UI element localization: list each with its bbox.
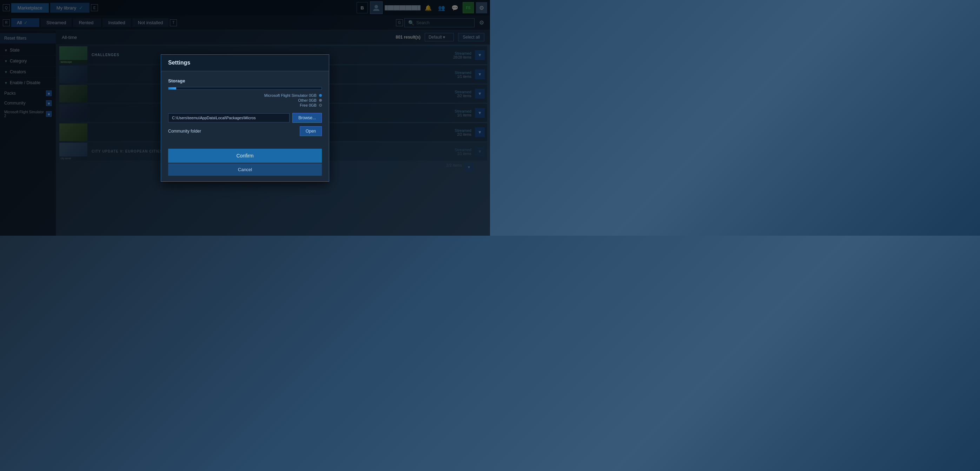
free-storage: Free 0GB bbox=[300, 103, 322, 107]
modal-overlay: Settings Storage Microsoft Flight Simula… bbox=[0, 0, 490, 236]
modal-body: Storage Microsoft Flight Simulator 0GB O… bbox=[161, 71, 329, 149]
storage-bar bbox=[168, 87, 322, 90]
path-input[interactable] bbox=[168, 113, 290, 122]
path-row: Browse... bbox=[168, 113, 322, 123]
community-folder-label: Community folder bbox=[168, 129, 297, 133]
confirm-button[interactable]: Confirm bbox=[168, 149, 322, 163]
storage-bar-fill bbox=[169, 87, 176, 89]
browse-button[interactable]: Browse... bbox=[293, 113, 322, 123]
cancel-button[interactable]: Cancel bbox=[168, 163, 322, 176]
settings-modal: Settings Storage Microsoft Flight Simula… bbox=[161, 54, 329, 182]
other-storage: Other 0GB bbox=[298, 98, 322, 102]
storage-label: Storage bbox=[168, 78, 322, 84]
storage-info: Microsoft Flight Simulator 0GB Other 0GB… bbox=[168, 93, 322, 107]
modal-title: Settings bbox=[161, 55, 329, 71]
modal-footer: Confirm Cancel bbox=[161, 149, 329, 181]
free-dot bbox=[319, 104, 322, 106]
storage-section: Storage Microsoft Flight Simulator 0GB O… bbox=[168, 78, 322, 107]
other-dot bbox=[319, 99, 322, 102]
ms-fs-dot bbox=[319, 94, 322, 97]
ms-fs-storage: Microsoft Flight Simulator 0GB bbox=[264, 93, 322, 97]
open-button[interactable]: Open bbox=[300, 126, 322, 136]
community-folder-row: Community folder Open bbox=[168, 126, 322, 136]
